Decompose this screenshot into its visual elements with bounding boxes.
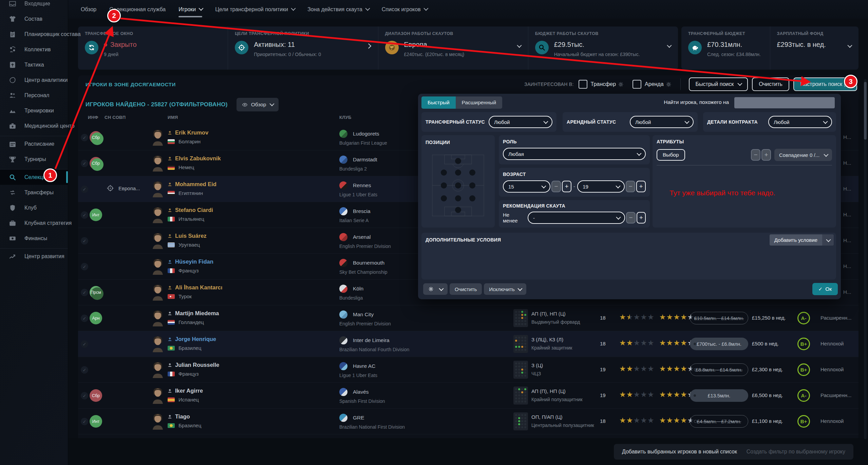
info-cell[interactable]: ЦЕЛИ ТРАНСФЕРНОЙ ПОЛИТИКИ Активных: 11 П… bbox=[228, 26, 378, 70]
info-cell-chevron[interactable] bbox=[366, 43, 371, 49]
sidebar-item[interactable]: Коллектив bbox=[0, 42, 68, 57]
sidebar-item[interactable]: Входящие bbox=[0, 0, 68, 11]
info-cell[interactable]: ДИАПАЗОН РАБОТЫ СКАУТОВ Европа £240тыс. … bbox=[378, 26, 528, 70]
sidebar-item[interactable]: Планировщик состава bbox=[0, 26, 68, 42]
sidebar-item[interactable]: Центр развития bbox=[0, 248, 68, 264]
player-club[interactable]: Inter de Limeira Brazilian National Four… bbox=[339, 336, 485, 352]
info-cell-chevron[interactable] bbox=[517, 43, 522, 48]
filter-ok-button[interactable]: ✓Ок bbox=[812, 283, 838, 295]
gear-icon[interactable] bbox=[618, 82, 624, 87]
player-name[interactable]: Ali İhsan Kantarcı bbox=[168, 284, 222, 291]
info-cell-chevron[interactable] bbox=[667, 43, 672, 48]
age-from-plus-button[interactable]: + bbox=[562, 181, 571, 192]
topnav-tab[interactable]: Игроки bbox=[178, 0, 202, 19]
scout-rec-plus-button[interactable]: + bbox=[637, 212, 646, 223]
transfer-status-dropdown[interactable]: Любой bbox=[489, 116, 552, 128]
sidebar-item[interactable]: Клубная стратегия bbox=[0, 215, 68, 231]
scout-rec-minus-button[interactable]: − bbox=[626, 212, 635, 223]
player-name[interactable]: Julian Rousselle bbox=[168, 362, 219, 368]
transfer-checkbox[interactable] bbox=[579, 80, 587, 89]
player-name[interactable]: Iker Agirre bbox=[168, 388, 203, 394]
filter-exclude-button[interactable]: Исключить bbox=[484, 283, 526, 295]
table-row[interactable]: ✓ Julian Rousselle Француз Havre AC Ligu… bbox=[78, 357, 858, 383]
table-row[interactable]: ✓ Арн Martijn Miedema Голландец Man City… bbox=[78, 305, 858, 331]
player-name[interactable]: Stefano Ciardi bbox=[168, 207, 213, 213]
sidebar-item[interactable]: Центр аналитики bbox=[0, 72, 68, 88]
info-cell[interactable]: БЮДЖЕТ РАБОТЫ СКАУТОВ £29.5тыс. Начальны… bbox=[528, 26, 678, 70]
tab-quick-filter[interactable]: Быстрый bbox=[421, 96, 456, 109]
attributes-minus-button[interactable]: − bbox=[751, 149, 760, 161]
add-condition-button[interactable]: Добавить условие bbox=[770, 234, 834, 246]
view-selector[interactable]: Обзор bbox=[237, 98, 279, 111]
filter-clear-button[interactable]: Очистить bbox=[450, 283, 482, 295]
info-cell[interactable]: ЗАРПЛАТНЫЙ ФОНД £293тыс. в нед. bbox=[770, 26, 859, 70]
row-checkbox[interactable]: ✓ bbox=[81, 418, 88, 425]
table-row[interactable]: ✓ Jorge Henrique Бразилец Inter de Limei… bbox=[78, 331, 858, 357]
row-checkbox[interactable]: ✓ bbox=[81, 340, 88, 348]
loan-status-dropdown[interactable]: Любой bbox=[630, 116, 694, 128]
add-condition-caret[interactable] bbox=[822, 234, 834, 246]
pitch-position-picker[interactable] bbox=[432, 151, 485, 219]
row-checkbox[interactable]: ✓ bbox=[81, 160, 88, 167]
filter-settings-button[interactable] bbox=[423, 283, 448, 295]
sidebar-item[interactable]: Состав bbox=[0, 11, 68, 26]
attributes-plus-button[interactable]: + bbox=[761, 149, 771, 161]
sidebar-item[interactable]: Турниры bbox=[0, 151, 68, 167]
column-header-match[interactable]: СН СОВП bbox=[105, 115, 126, 120]
row-checkbox[interactable]: ✓ bbox=[81, 185, 88, 193]
sidebar-item[interactable]: Медицинский центр bbox=[0, 118, 68, 133]
topnav-tab[interactable]: Цели трансферной политики bbox=[215, 0, 295, 19]
player-name[interactable]: Tiago bbox=[168, 413, 201, 420]
row-checkbox[interactable]: ✓ bbox=[81, 315, 88, 322]
contract-details-dropdown[interactable]: Любой bbox=[768, 116, 832, 128]
sidebar-item[interactable]: Клуб bbox=[0, 200, 68, 215]
table-row[interactable]: ✓ Сбр Iker Agirre Испанец Alavés Spanish… bbox=[78, 383, 858, 409]
sidebar-item[interactable]: Селекция bbox=[0, 169, 68, 185]
age-from-minus-button[interactable]: − bbox=[551, 181, 561, 192]
add-selected-to-list-button[interactable]: Добавить выбранных игроков в новый списо… bbox=[614, 444, 745, 460]
scrollbar-thumb[interactable] bbox=[864, 82, 867, 140]
player-name[interactable]: Martijn Miedema bbox=[168, 310, 219, 317]
scrollbar-track[interactable] bbox=[864, 79, 867, 439]
sidebar-item[interactable]: Трансферы bbox=[0, 185, 68, 200]
topnav-tab[interactable]: Список игроков bbox=[382, 0, 427, 19]
attributes-choose-button[interactable]: Выбор bbox=[657, 149, 685, 161]
similar-player-input[interactable] bbox=[734, 97, 835, 108]
topnav-tab[interactable]: Зона действия скаута bbox=[307, 0, 369, 19]
create-filter-from-player-button[interactable]: Создать фильтр по выбранному игроку bbox=[738, 444, 853, 460]
age-to-dropdown[interactable]: 19 bbox=[577, 180, 625, 193]
player-club[interactable]: GRE Brazilian National First Division bbox=[339, 414, 485, 430]
quick-search-button[interactable]: Быстрый поиск bbox=[689, 77, 748, 91]
tab-advanced-filter[interactable]: Расширенный bbox=[456, 96, 502, 109]
column-header-name[interactable]: ИМЯ bbox=[168, 115, 178, 120]
info-cell-chevron[interactable] bbox=[847, 43, 852, 48]
player-club[interactable]: Alavés Spanish First Division bbox=[339, 388, 485, 404]
player-name[interactable]: Erik Krumov bbox=[168, 129, 208, 136]
column-header-club[interactable]: КЛУБ bbox=[339, 115, 352, 120]
sidebar-item[interactable]: Расписание bbox=[0, 136, 68, 151]
age-to-plus-button[interactable]: + bbox=[636, 181, 646, 192]
info-cell[interactable]: ТРАНСФЕРНОЕ ОКНО Закрыто 9 дней bbox=[78, 26, 228, 70]
player-name[interactable]: Jorge Henrique bbox=[168, 336, 216, 342]
age-to-minus-button[interactable]: − bbox=[626, 181, 635, 192]
sidebar-item[interactable]: Финансы bbox=[0, 231, 68, 246]
player-club[interactable]: Man City English Premier Division bbox=[339, 310, 485, 326]
row-checkbox[interactable]: ✓ bbox=[81, 237, 88, 245]
column-header-inf[interactable]: ИНФ bbox=[88, 115, 98, 120]
gear-icon[interactable] bbox=[666, 82, 672, 87]
sidebar-item[interactable]: Тактика bbox=[0, 57, 68, 72]
player-name[interactable]: Mohammed Eid bbox=[168, 181, 216, 187]
scout-rec-dropdown[interactable]: - bbox=[528, 212, 625, 224]
loan-checkbox[interactable] bbox=[633, 80, 641, 89]
clear-button[interactable]: Очистить bbox=[752, 77, 789, 91]
row-checkbox[interactable]: ✓ bbox=[81, 289, 88, 296]
row-checkbox[interactable]: ✓ bbox=[81, 392, 88, 399]
row-checkbox[interactable]: ✓ bbox=[81, 366, 88, 374]
sidebar-item[interactable]: Тренировки bbox=[0, 103, 68, 118]
info-cell[interactable]: ТРАНСФЕРНЫЙ БЮДЖЕТ £70.31млн. След. сезо… bbox=[681, 26, 770, 70]
player-name[interactable]: Luis Suárez bbox=[168, 233, 207, 239]
row-checkbox[interactable]: ✓ bbox=[81, 211, 88, 219]
player-club[interactable]: Havre AC Ligue 1 Uber Eats bbox=[339, 362, 485, 378]
sidebar-item[interactable]: Персонал bbox=[0, 88, 68, 103]
attributes-match-dropdown[interactable]: Совпадение 0 /... bbox=[774, 149, 832, 161]
